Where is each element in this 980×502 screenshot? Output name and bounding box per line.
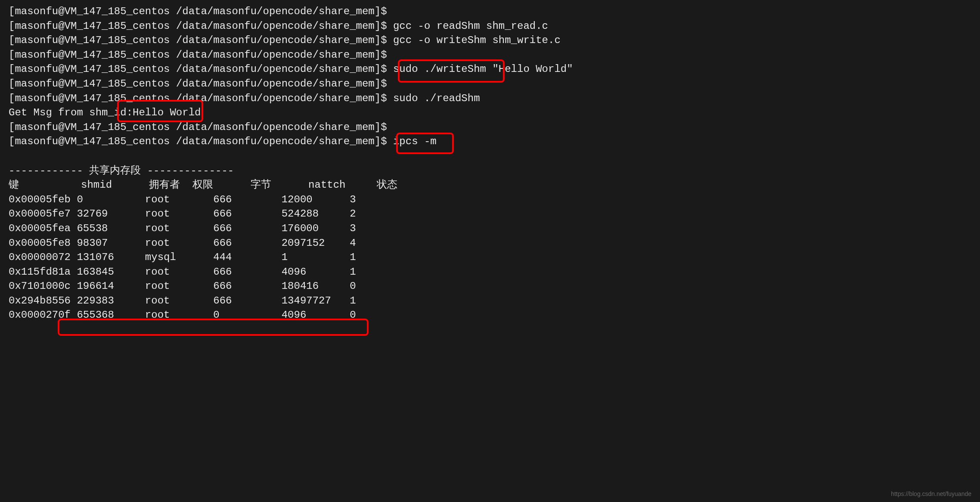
ipcs-section-header: ------------ 共享内存段 -------------- (9, 164, 971, 178)
terminal-line: [masonfu@VM_147_185_centos /data/masonfu… (9, 120, 971, 135)
ipcs-table-row: 0x7101000c 196614 root 666 180416 0 (9, 279, 971, 294)
terminal-line: [masonfu@VM_147_185_centos /data/masonfu… (9, 4, 971, 19)
terminal-line: [masonfu@VM_147_185_centos /data/masonfu… (9, 33, 971, 48)
blank-line (9, 149, 971, 164)
ipcs-table-row: 0x00005fea 65538 root 666 176000 3 (9, 221, 971, 236)
terminal-line: [masonfu@VM_147_185_centos /data/masonfu… (9, 134, 971, 149)
ipcs-table-row: 0x294b8556 229383 root 666 13497727 1 (9, 294, 971, 308)
program-output: Get Msg from shm_id:Hello World (9, 105, 971, 120)
ipcs-table-header: 键 shmid 拥有者 权限 字节 nattch 状态 (9, 178, 971, 192)
ipcs-table-row: 0x00005fe8 98307 root 666 2097152 4 (9, 236, 971, 251)
ipcs-table-row: 0x0000270f 655368 root 0 4096 0 (9, 308, 971, 322)
ipcs-table-row: 0x115fd81a 163845 root 666 4096 1 (9, 265, 971, 279)
ipcs-table-row: 0x00005feb 0 root 666 12000 3 (9, 192, 971, 207)
ipcs-table-row: 0x00000072 131076 mysql 444 1 1 (9, 250, 971, 265)
terminal-line: [masonfu@VM_147_185_centos /data/masonfu… (9, 91, 971, 106)
terminal-output[interactable]: [masonfu@VM_147_185_centos /data/masonfu… (9, 4, 971, 322)
watermark-text: https://blog.csdn.net/fuyuande (891, 490, 971, 499)
terminal-line: [masonfu@VM_147_185_centos /data/masonfu… (9, 19, 971, 34)
terminal-line: [masonfu@VM_147_185_centos /data/masonfu… (9, 48, 971, 62)
terminal-line: [masonfu@VM_147_185_centos /data/masonfu… (9, 77, 971, 91)
ipcs-table-row: 0x00005fe7 32769 root 666 524288 2 (9, 207, 971, 221)
terminal-line: [masonfu@VM_147_185_centos /data/masonfu… (9, 62, 971, 77)
